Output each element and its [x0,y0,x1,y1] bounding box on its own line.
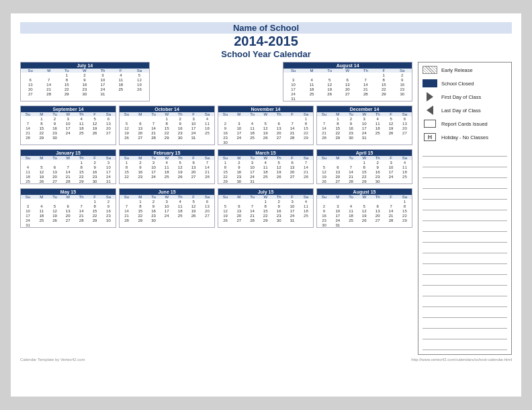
calendar-day: 7 [299,160,313,165]
calendar-grid: SuMTuWThFSa12345678910111213141516171819… [120,112,214,140]
calendar-day: 20 [134,130,147,135]
calendar-day: 6 [398,116,412,121]
calendar-day: 30 [345,135,358,140]
calendar-day: 14 [40,82,57,87]
calendar-day [259,140,272,145]
legend-line [423,233,507,243]
calendar-day: 19 [384,126,398,130]
calendar-day: 15 [160,126,173,130]
calendar-day: 8 [88,204,101,208]
calendar-day: 21 [147,130,161,135]
calendar-day [134,116,147,121]
calendar-header: July 14 [21,63,149,69]
calendar-day: 10 [283,82,302,87]
calendar-day: 19 [259,130,272,135]
calendar-day: 23 [76,87,93,91]
calendar-day: 10 [147,165,161,169]
calendar-day [303,73,320,77]
calendar-day [200,218,214,222]
calendar-day: 7 [345,165,358,169]
calendar-day: 21 [299,169,313,174]
calendar-day: 9 [173,121,187,126]
calendar-day: 17 [357,126,371,130]
calendar-day: 12 [320,82,339,87]
calendar-day: 12 [35,169,48,174]
calendar-day: 6 [21,77,40,82]
calendar-day: 10 [101,165,116,169]
calendar-day: 15 [75,169,88,174]
calendar-day: 21 [285,130,299,135]
calendar-day: 7 [21,121,35,126]
calendar-day: 26 [384,130,398,135]
calendar-day: 27 [61,218,75,222]
calendar-day [48,160,62,165]
calendar-day: 17 [187,126,200,130]
calendar-day [75,222,88,227]
calendar-day: 2 [48,116,62,121]
calendar-day: 20 [101,126,116,130]
calendar-day: 29 [375,91,392,96]
calendar-day: 15 [134,208,147,213]
calendar-day [246,140,259,145]
calendar-day: 16 [88,169,101,174]
calendar-november-14: November 14SuMTuWThFSa123456789101112131… [218,106,314,145]
calendar-header: April 15 [317,150,412,156]
calendar-day: 17 [246,169,259,174]
calendar-day: 14 [384,208,398,213]
legend-lines [423,147,507,350]
calendar-day: 16 [147,208,161,213]
calendar-day [88,222,101,227]
calendar-day [120,199,134,204]
calendar-day: 6 [61,204,75,208]
calendar-day: 13 [21,82,40,87]
calendar-day: 1 [218,160,232,165]
calendar-day: 29 [35,135,48,140]
calendar-day: 16 [173,126,187,130]
calendar-day: 3 [384,160,398,165]
calendar-day [218,199,232,204]
calendar-day: 12 [384,121,398,126]
school-closed-icon [423,79,437,88]
calendar-day: 15 [88,208,101,213]
calendar-day: 19 [317,174,331,179]
calendar-grid: SuMTuWThFSa12345678910111213141516171819… [283,69,412,101]
calendar-row-4: May 15SuMTuWThFSa12345678910111213141516… [20,188,412,228]
calendar-day: 11 [303,82,320,87]
calendar-day: 17 [101,169,116,174]
calendar-day: 6 [285,160,299,165]
calendar-day: 29 [58,91,76,96]
footer-left: Calendar Template by Vertex42.com [20,358,85,362]
calendar-day: 9 [101,204,116,208]
calendar-day: 27 [285,174,299,179]
calendar-day: 20 [200,208,214,213]
calendar-day: 20 [21,87,40,91]
calendar-day [35,222,48,227]
calendar-day: 29 [299,135,313,140]
calendar-day: 18 [200,126,214,130]
calendar-day: 26 [88,130,101,135]
calendar-day: 22 [88,213,101,218]
calendar-day: 12 [317,169,331,174]
calendar-grid: SuMTuWThFSa12345678910111213141516171819… [21,69,149,96]
calendar-day: 3 [147,160,161,165]
calendar-day: 13 [61,208,75,213]
calendar-day: 8 [331,121,345,126]
calendar-day: 25 [345,218,358,222]
calendar-day: 22 [160,130,173,135]
calendar-day [398,222,412,227]
calendar-day [285,179,299,183]
calendar-day: 11 [398,165,412,169]
calendar-may-15: May 15SuMTuWThFSa12345678910111213141516… [20,188,116,228]
calendar-day: 8 [58,77,76,82]
calendar-header: February 15 [120,150,214,156]
calendar-day: 24 [187,130,200,135]
calendar-february-15: February 15SuMTuWThFSa123456789101112131… [119,149,215,184]
legend-line [423,341,507,350]
calendar-grid: SuMTuWThFSa12345678910111213141516171819… [218,156,313,183]
calendar-day: 1 [331,116,345,121]
calendar-day [259,179,272,183]
calendar-august-14: August 14SuMTuWThFSa12345678910111213141… [283,62,412,101]
calendar-day: 17 [331,213,345,218]
calendar-day: 11 [299,204,313,208]
calendar-day: 24 [147,174,161,179]
